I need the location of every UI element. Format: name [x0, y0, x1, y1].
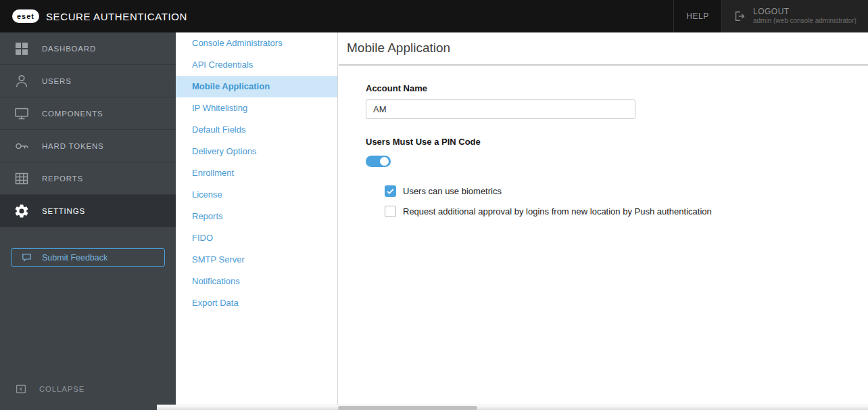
nav-item-console-administrators[interactable]: Console Administrators: [176, 32, 337, 54]
eset-logo: eset: [12, 9, 39, 23]
nav-item-notifications[interactable]: Notifications: [176, 271, 337, 292]
push-approval-checkbox[interactable]: [385, 206, 396, 217]
horizontal-scrollbar-thumb[interactable]: [338, 406, 477, 410]
app-title: SECURE AUTHENTICATION: [46, 11, 187, 22]
logout-button[interactable]: LOGOUT admin (web console administrator): [722, 0, 868, 32]
sidebar-label: HARD TOKENS: [42, 142, 103, 150]
sidebar-label: REPORTS: [42, 175, 83, 183]
push-approval-checkbox-row[interactable]: Request additional approval by logins fr…: [385, 201, 868, 221]
settings-gear-icon: [14, 203, 30, 219]
logged-in-user: admin (web console administrator): [753, 17, 857, 26]
nav-item-mobile-application[interactable]: Mobile Application: [176, 76, 337, 97]
nav-item-enrollment[interactable]: Enrollment: [176, 162, 337, 184]
sidebar-item-reports[interactable]: REPORTS: [0, 162, 176, 195]
sidebar-label: SETTINGS: [42, 207, 85, 215]
account-name-label: Account Name: [366, 83, 868, 93]
dashboard-icon: [14, 41, 30, 57]
biometrics-checkbox-label: Users can use biometrics: [403, 186, 502, 196]
pin-options: Users can use biometrics Request additio…: [385, 181, 868, 221]
pin-code-label: Users Must Use a PIN Code: [366, 137, 868, 147]
sidebar-label: COMPONENTS: [42, 110, 103, 118]
main-sidebar: DASHBOARD USERS COMPONENTS HARD TOKENS: [0, 32, 176, 410]
sidebar-label: DASHBOARD: [42, 45, 96, 53]
main-content: Mobile Application Account Name Users Mu…: [339, 32, 868, 410]
sidebar-item-components[interactable]: COMPONENTS: [0, 97, 176, 130]
top-bar: eset SECURE AUTHENTICATION HELP LOGOUT a…: [0, 0, 868, 32]
collapse-button[interactable]: COLLAPSE: [15, 383, 85, 395]
users-icon: [14, 73, 30, 89]
biometrics-checkbox[interactable]: [385, 185, 396, 197]
hard-tokens-icon: [14, 138, 30, 154]
brand: eset SECURE AUTHENTICATION: [0, 9, 187, 23]
nav-item-delivery-options[interactable]: Delivery Options: [176, 141, 337, 162]
sidebar-item-users[interactable]: USERS: [0, 65, 176, 97]
feedback-bubble-icon: [21, 252, 32, 263]
reports-icon: [14, 170, 30, 187]
toggle-knob: [380, 157, 389, 166]
sidebar-item-hard-tokens[interactable]: HARD TOKENS: [0, 130, 176, 162]
help-button[interactable]: HELP: [673, 0, 722, 32]
sidebar-label: USERS: [42, 77, 72, 85]
mobile-application-form: Account Name Users Must Use a PIN Code U…: [339, 83, 868, 221]
nav-item-license[interactable]: License: [176, 184, 337, 206]
components-icon: [14, 106, 30, 122]
nav-item-fido[interactable]: FIDO: [176, 227, 337, 249]
logout-label: LOGOUT: [753, 7, 857, 17]
sidebar-item-dashboard[interactable]: DASHBOARD: [0, 32, 176, 65]
push-approval-checkbox-label: Request additional approval by logins fr…: [403, 206, 712, 217]
settings-nav: Console Administrators API Credentials M…: [176, 32, 338, 410]
sidebar-item-settings[interactable]: SETTINGS: [0, 195, 176, 227]
account-name-input[interactable]: [366, 99, 635, 119]
biometrics-checkbox-row[interactable]: Users can use biometrics: [385, 181, 868, 201]
page-header: Mobile Application: [339, 32, 868, 66]
nav-item-export-data[interactable]: Export Data: [176, 292, 337, 314]
nav-item-smtp-server[interactable]: SMTP Server: [176, 249, 337, 271]
nav-item-ip-whitelisting[interactable]: IP Whitelisting: [176, 97, 337, 119]
collapse-label: COLLAPSE: [39, 385, 85, 393]
checkmark-icon: [385, 186, 395, 196]
submit-feedback-label: Submit Feedback: [42, 253, 107, 263]
pin-code-toggle[interactable]: [366, 156, 391, 167]
page-title: Mobile Application: [347, 41, 868, 55]
horizontal-scrollbar-track[interactable]: [157, 405, 868, 410]
nav-item-default-fields[interactable]: Default Fields: [176, 119, 337, 141]
nav-item-api-credentials[interactable]: API Credentials: [176, 54, 337, 76]
submit-feedback-button[interactable]: Submit Feedback: [11, 248, 165, 267]
logout-icon: [733, 9, 746, 23]
nav-item-reports[interactable]: Reports: [176, 206, 337, 227]
collapse-icon: [15, 383, 27, 395]
